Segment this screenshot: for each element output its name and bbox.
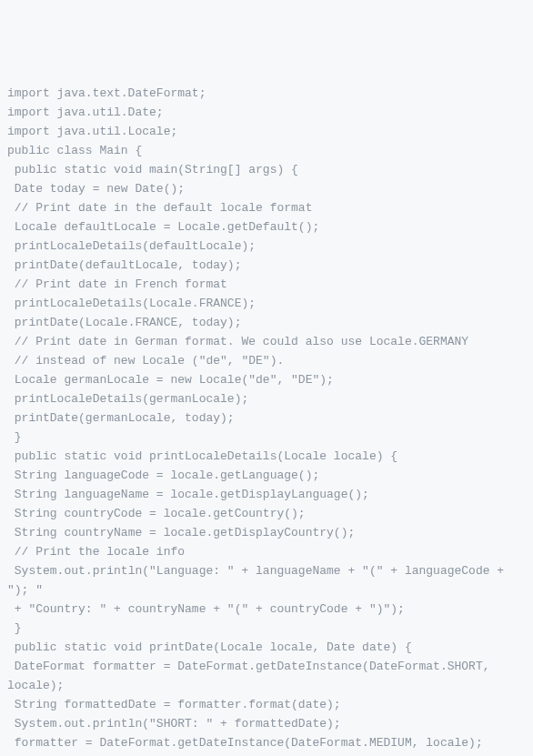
code-line: String languageName = locale.getDisplayL… xyxy=(7,485,526,504)
code-line: // Print date in the default locale form… xyxy=(7,198,526,217)
code-line: String countryCode = locale.getCountry()… xyxy=(7,504,526,523)
code-line: // instead of new Locale ("de", "DE"). xyxy=(7,351,526,370)
code-line: // Print date in German format. We could… xyxy=(7,332,526,351)
code-line: System.out.println("SHORT: " + formatted… xyxy=(7,714,526,733)
code-line: } xyxy=(7,619,526,638)
code-line: + "Country: " + countryName + "(" + coun… xyxy=(7,600,526,619)
code-line: printDate(germanLocale, today); xyxy=(7,408,526,428)
code-line: // Print date in French format xyxy=(7,275,526,294)
code-line: String countryName = locale.getDisplayCo… xyxy=(7,523,526,542)
code-line: printLocaleDetails(defaultLocale); xyxy=(7,237,526,256)
code-line: Locale defaultLocale = Locale.getDefault… xyxy=(7,217,526,237)
code-line: Date today = new Date(); xyxy=(7,179,526,198)
code-line: } xyxy=(7,428,526,447)
code-line: public static void printDate(Locale loca… xyxy=(7,638,526,657)
code-line: String formattedDate = formatter.format(… xyxy=(7,695,526,714)
code-line: System.out.println("Language: " + langua… xyxy=(7,561,526,600)
code-line: printDate(Locale.FRANCE, today); xyxy=(7,313,526,332)
code-line: import java.util.Date; xyxy=(7,103,526,122)
code-line: printDate(defaultLocale, today); xyxy=(7,256,526,275)
code-line: public static void main(String[] args) { xyxy=(7,160,526,179)
code-line: import java.text.DateFormat; xyxy=(7,84,526,103)
code-line: public static void printLocaleDetails(Lo… xyxy=(7,447,526,466)
code-line: // Print the locale info xyxy=(7,542,526,561)
code-line: formattedDate = formatter.format(date); xyxy=(7,752,526,756)
code-block: import java.text.DateFormat;import java.… xyxy=(7,84,526,756)
code-line: String languageCode = locale.getLanguage… xyxy=(7,466,526,485)
code-line: import java.util.Locale; xyxy=(7,122,526,141)
code-line: printLocaleDetails(Locale.FRANCE); xyxy=(7,294,526,313)
code-line: DateFormat formatter = DateFormat.getDat… xyxy=(7,657,526,695)
code-line: formatter = DateFormat.getDateInstance(D… xyxy=(7,733,526,752)
code-line: printLocaleDetails(germanLocale); xyxy=(7,389,526,408)
code-line: Locale germanLocale = new Locale("de", "… xyxy=(7,370,526,389)
code-line: public class Main { xyxy=(7,141,526,160)
